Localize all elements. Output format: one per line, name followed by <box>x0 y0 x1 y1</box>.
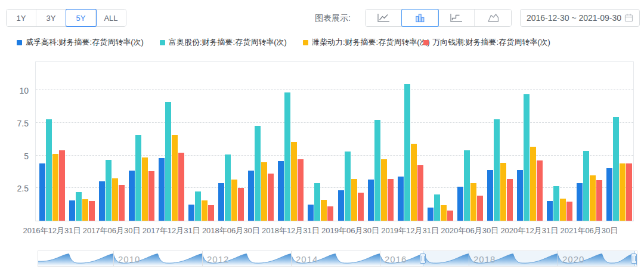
range-button-3y[interactable]: 3Y <box>36 10 66 26</box>
chart-type-button-area-chart[interactable] <box>475 10 511 26</box>
bar-s3-2021年03月31日 <box>566 202 572 221</box>
bar-s1-2020年09月30日 <box>494 119 500 221</box>
y-axis-tick-7.5: 7.5 <box>0 119 29 128</box>
x-axis-label-2: 2017年12月31日 <box>138 225 204 236</box>
bar-s3-2020年12月31日 <box>537 160 543 221</box>
bar-s2-2021年03月31日 <box>560 199 566 221</box>
legend-item-3[interactable]: 万向钱潮:财务摘要:存货周转率(次) <box>423 38 550 47</box>
bar-s0-2017年09月30日 <box>129 171 135 221</box>
bar-s0-2019年09月30日 <box>368 180 374 221</box>
range-button-5y[interactable]: 5Y <box>66 10 96 26</box>
bar-s0-2018年12月31日 <box>278 161 284 221</box>
bar-s1-2019年03月31日 <box>314 183 320 221</box>
slider-right-handle[interactable] <box>631 254 637 264</box>
bar-s2-2017年03月31日 <box>82 199 88 221</box>
y-axis-tick-5: 5 <box>0 152 29 161</box>
bar-s0-2020年12月31日 <box>517 170 523 221</box>
legend-marker <box>160 40 165 45</box>
legend-marker <box>303 40 308 45</box>
bar-s1-2021年09月30日 <box>613 117 619 221</box>
bar-s0-2019年06月30日 <box>338 190 344 221</box>
legend-item-1[interactable]: 富奥股份:财务摘要:存货周转率(次) <box>160 38 287 47</box>
bar-s1-2020年06月30日 <box>464 150 470 221</box>
gridline-10 <box>36 89 633 90</box>
chart-type-button-line-chart[interactable] <box>366 10 402 26</box>
gridline-2.5 <box>36 187 633 188</box>
x-axis-label-7: 2020年06月30日 <box>437 225 503 236</box>
bar-s0-2018年06月30日 <box>218 183 224 221</box>
bar-s2-2018年09月30日 <box>261 162 267 221</box>
bar-chart-icon <box>412 13 428 23</box>
bar-s0-2017年12月31日 <box>159 158 165 221</box>
bar-s2-2017年09月30日 <box>142 157 148 221</box>
x-axis-label-1: 2017年06月30日 <box>79 225 144 236</box>
y-axis-tick-2.5: 2.5 <box>0 184 29 193</box>
bar-s3-2016年12月31日 <box>59 150 65 221</box>
bar-s0-2018年03月31日 <box>188 205 194 221</box>
bar-s3-2018年03月31日 <box>208 205 214 221</box>
bar-s1-2021年03月31日 <box>553 186 559 221</box>
chart-type-button-group <box>365 9 512 27</box>
bar-s2-2018年06月30日 <box>231 180 237 221</box>
bar-s1-2018年06月30日 <box>225 154 231 221</box>
bar-s0-2019年12月31日 <box>398 177 404 221</box>
bar-s0-2017年03月31日 <box>69 200 75 221</box>
bar-s2-2021年06月30日 <box>590 175 596 221</box>
date-range-text: 2016-12-30 ~ 2021-09-30 <box>527 13 621 23</box>
chart-type-button-bar-chart[interactable] <box>402 10 438 26</box>
bar-s0-2017年06月30日 <box>99 181 105 221</box>
slider-left-handle[interactable] <box>420 254 426 264</box>
x-axis-label-5: 2019年06月30日 <box>318 225 383 236</box>
bar-s2-2019年12月31日 <box>411 144 417 221</box>
bar-s1-2018年09月30日 <box>255 126 261 221</box>
bar-s3-2019年03月31日 <box>327 206 333 221</box>
calendar-icon <box>624 13 633 23</box>
bar-s0-2020年03月31日 <box>428 208 434 221</box>
slider-tick-2014 <box>291 251 292 266</box>
slider-year-label-2016: 2016 <box>385 254 407 264</box>
legend-item-0[interactable]: 威孚高科:财务摘要:存货周转率(次) <box>17 38 144 47</box>
bar-chart-plot-area <box>35 61 634 221</box>
x-axis-label-3: 2018年06月30日 <box>198 225 264 236</box>
slider-selected-window[interactable] <box>423 251 635 266</box>
bar-s2-2020年09月30日 <box>500 163 506 221</box>
legend-label: 富奥股份:财务摘要:存货周转率(次) <box>169 37 287 48</box>
slider-year-label-2010: 2010 <box>118 254 140 264</box>
datazoom-slider[interactable]: 201020122014201620182020 <box>38 251 637 267</box>
bar-s2-2017年12月31日 <box>172 135 178 221</box>
bar-s0-2021年06月30日 <box>577 183 583 221</box>
legend-label: 潍柴动力:财务摘要:存货周转率(次) <box>312 37 430 48</box>
range-button-1y[interactable]: 1Y <box>7 10 36 26</box>
legend-label: 万向钱潮:财务摘要:存货周转率(次) <box>432 37 550 48</box>
bar-s3-2017年12月31日 <box>178 153 184 221</box>
bar-s1-2019年09月30日 <box>374 120 380 221</box>
bar-s0-2021年03月31日 <box>547 201 553 221</box>
bar-s0-2019年03月31日 <box>308 205 314 221</box>
slider-year-label-2014: 2014 <box>296 254 318 264</box>
bar-s0-2020年09月30日 <box>487 170 493 221</box>
slider-tick-2012 <box>202 251 203 266</box>
bar-s1-2019年12月31日 <box>404 84 410 221</box>
bar-s1-2020年03月31日 <box>434 194 440 221</box>
bar-s1-2017年03月31日 <box>76 192 82 221</box>
bar-s1-2016年12月31日 <box>46 119 52 221</box>
legend-label: 威孚高科:财务摘要:存货周转率(次) <box>26 37 144 48</box>
range-button-all[interactable]: ALL <box>96 10 126 26</box>
bar-s2-2018年12月31日 <box>291 142 297 221</box>
bar-s2-2021年09月30日 <box>620 163 626 221</box>
bar-s2-2016年12月31日 <box>52 154 58 221</box>
bar-s1-2019年06月30日 <box>345 152 351 221</box>
bar-s3-2019年06月30日 <box>358 193 364 221</box>
legend-item-2[interactable]: 潍柴动力:财务摘要:存货周转率(次) <box>303 38 430 47</box>
time-range-button-group: 1Y3Y5YALL <box>6 9 126 27</box>
date-range-picker[interactable]: 2016-12-30 ~ 2021-09-30 <box>520 9 640 27</box>
slider-year-label-2012: 2012 <box>207 254 229 264</box>
bar-s0-2020年06月30日 <box>457 187 463 221</box>
bar-s1-2018年12月31日 <box>284 92 290 221</box>
bar-s3-2020年03月31日 <box>447 211 453 221</box>
step-chart-icon <box>448 13 464 23</box>
chart-type-button-step-chart[interactable] <box>438 10 475 26</box>
bar-s2-2017年06月30日 <box>112 178 118 221</box>
bar-s3-2020年06月30日 <box>477 196 483 221</box>
bar-s3-2019年09月30日 <box>388 179 394 221</box>
